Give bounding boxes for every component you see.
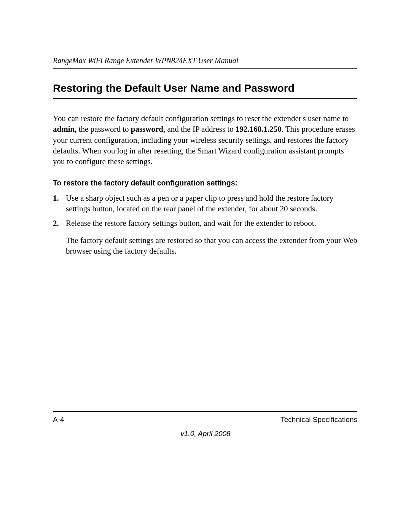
running-header: RangeMax WiFi Range Extender WPN824EXT U… bbox=[53, 56, 357, 69]
footer-rule bbox=[53, 411, 357, 412]
intro-paragraph: You can restore the factory default conf… bbox=[53, 113, 357, 167]
list-number: 1. bbox=[53, 193, 66, 214]
list-number: 2. bbox=[53, 218, 66, 228]
list-text: Use a sharp object such as a pen or a pa… bbox=[66, 193, 357, 214]
intro-bold-admin: admin, bbox=[53, 125, 76, 134]
list-text: Release the restore factory settings but… bbox=[66, 218, 357, 228]
list-item: 1. Use a sharp object such as a pen or a… bbox=[53, 193, 357, 214]
footer-section-name: Technical Specifications bbox=[280, 415, 357, 424]
intro-text-1: You can restore the factory default conf… bbox=[53, 114, 349, 123]
procedure-heading: To restore the factory default configura… bbox=[53, 179, 357, 187]
page-body: RangeMax WiFi Range Extender WPN824EXT U… bbox=[53, 56, 357, 256]
intro-text-3: and the IP address to bbox=[165, 125, 236, 134]
page-number: A-4 bbox=[53, 415, 64, 424]
intro-bold-ip: 192.168.1.250 bbox=[236, 125, 282, 134]
intro-bold-password: password, bbox=[131, 125, 165, 134]
step-followup: The factory default settings are restore… bbox=[66, 235, 357, 257]
section-heading: Restoring the Default User Name and Pass… bbox=[53, 82, 357, 99]
intro-text-2: the password to bbox=[76, 125, 131, 134]
procedure-list: 1. Use a sharp object such as a pen or a… bbox=[53, 193, 357, 229]
list-item: 2. Release the restore factory settings … bbox=[53, 218, 357, 228]
page-footer: A-4 Technical Specifications bbox=[53, 411, 357, 424]
footer-version: v1.0, April 2008 bbox=[0, 430, 411, 438]
